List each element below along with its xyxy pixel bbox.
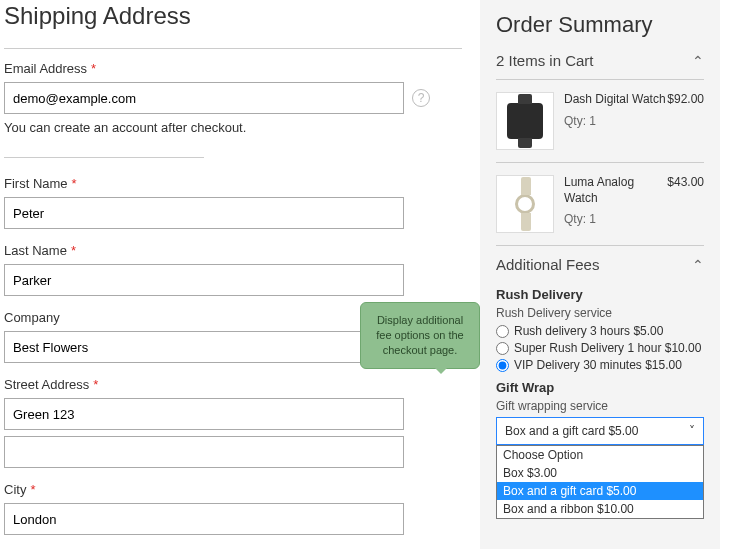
item-name: Luma Analog Watch — [564, 175, 667, 206]
help-icon[interactable]: ? — [412, 89, 430, 107]
rush-delivery-section: Rush Delivery Rush Delivery service Rush… — [496, 287, 704, 372]
chevron-down-icon: ˅ — [689, 424, 695, 438]
account-note: You can create an account after checkout… — [4, 120, 462, 135]
gift-select[interactable]: Box and a gift card $5.00 ˅ — [496, 417, 704, 445]
gift-option[interactable]: Box and a ribbon $10.00 — [497, 500, 703, 518]
first-name-field[interactable] — [4, 197, 404, 229]
additional-fees-label: Additional Fees — [496, 256, 599, 273]
chevron-up-icon: ⌃ — [692, 53, 704, 69]
gift-option[interactable]: Box and a gift card $5.00 — [497, 482, 703, 500]
last-name-field[interactable] — [4, 264, 404, 296]
rush-option[interactable]: Rush delivery 3 hours $5.00 — [496, 324, 704, 338]
gift-option[interactable]: Choose Option — [497, 446, 703, 464]
rush-radio[interactable] — [496, 325, 509, 338]
email-label: Email Address* — [4, 61, 462, 76]
email-field[interactable] — [4, 82, 404, 114]
gift-subtitle: Gift wrapping service — [496, 399, 704, 413]
rush-option[interactable]: VIP Delivery 30 minutes $15.00 — [496, 358, 704, 372]
rush-title: Rush Delivery — [496, 287, 704, 302]
first-name-label: First Name* — [4, 176, 462, 191]
item-qty: Qty: 1 — [564, 212, 667, 226]
gift-wrap-section: Gift Wrap Gift wrapping service Box and … — [496, 380, 704, 445]
page-title: Shipping Address — [4, 2, 462, 30]
rush-option-label: Super Rush Delivery 1 hour $10.00 — [514, 341, 701, 355]
item-price: $92.00 — [667, 92, 704, 150]
street1-field[interactable] — [4, 398, 404, 430]
rush-subtitle: Rush Delivery service — [496, 306, 704, 320]
cart-item: Luma Analog Watch Qty: 1 $43.00 — [496, 163, 704, 246]
additional-fees-head[interactable]: Additional Fees ⌃ — [496, 246, 704, 279]
cart-count-label: 2 Items in Cart — [496, 52, 594, 69]
city-field[interactable] — [4, 503, 404, 535]
rush-option[interactable]: Super Rush Delivery 1 hour $10.00 — [496, 341, 704, 355]
city-label: City* — [4, 482, 462, 497]
divider — [4, 48, 462, 49]
rush-radio[interactable] — [496, 342, 509, 355]
rush-option-label: VIP Delivery 30 minutes $15.00 — [514, 358, 682, 372]
gift-title: Gift Wrap — [496, 380, 704, 395]
street2-field[interactable] — [4, 436, 404, 468]
gift-option[interactable]: Box $3.00 — [497, 464, 703, 482]
rush-option-label: Rush delivery 3 hours $5.00 — [514, 324, 663, 338]
info-callout: Display additional fee options on the ch… — [360, 302, 480, 369]
product-thumb — [496, 175, 554, 233]
summary-title: Order Summary — [496, 12, 704, 38]
last-name-label: Last Name* — [4, 243, 462, 258]
street-label: Street Address* — [4, 377, 462, 392]
cart-item: Dash Digital Watch Qty: 1 $92.00 — [496, 80, 704, 163]
company-field[interactable] — [4, 331, 404, 363]
item-qty: Qty: 1 — [564, 114, 667, 128]
product-thumb — [496, 92, 554, 150]
gift-dropdown[interactable]: Choose Option Box $3.00 Box and a gift c… — [496, 445, 704, 519]
item-price: $43.00 — [667, 175, 704, 233]
chevron-up-icon: ⌃ — [692, 257, 704, 273]
divider — [4, 157, 204, 158]
cart-accordion-head[interactable]: 2 Items in Cart ⌃ — [496, 52, 704, 80]
item-name: Dash Digital Watch — [564, 92, 667, 108]
gift-select-value: Box and a gift card $5.00 — [505, 424, 638, 438]
rush-radio[interactable] — [496, 359, 509, 372]
